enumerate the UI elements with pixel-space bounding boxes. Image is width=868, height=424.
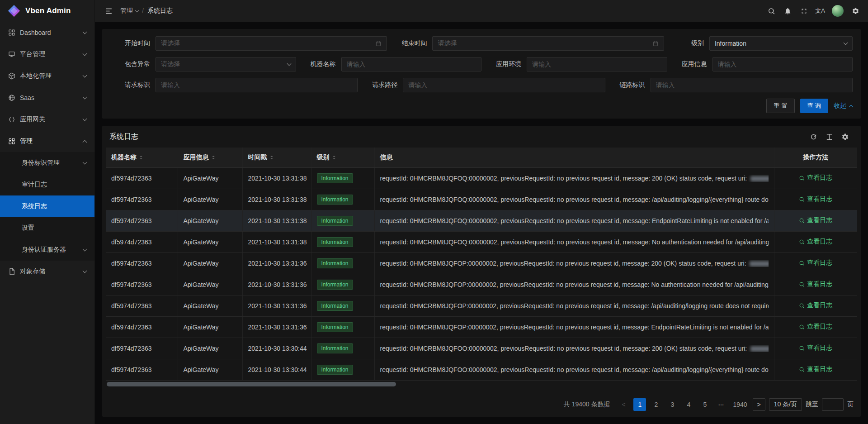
level-badge: Information (317, 365, 353, 375)
timestamp-cell: 2021-10-30 13:31:36 (242, 295, 311, 316)
view-log-link[interactable]: 查看日志 (799, 195, 832, 203)
level-select[interactable]: Information (709, 36, 853, 51)
sort-icon[interactable] (333, 154, 335, 161)
app-logo[interactable]: Vben Admin (0, 0, 94, 22)
sidebar-item-label: 身份认证服务器 (22, 246, 66, 254)
chevron-down-icon (844, 41, 848, 45)
page-button[interactable]: 5 (698, 398, 711, 411)
trace-id-input[interactable] (656, 81, 847, 89)
page-size-select[interactable]: 10 条/页 (769, 398, 802, 411)
message-cell: requestId: 0HMCRBM8JQFOP:00000002, previ… (374, 316, 774, 338)
gateway-icon (8, 116, 15, 123)
app-info-cell: ApiGateWay (178, 338, 242, 359)
include-exception-select[interactable]: 请选择 (156, 57, 296, 71)
sidebar-item-management[interactable]: 管理 (0, 130, 94, 152)
magnifier-icon (799, 303, 805, 309)
sidebar-item-identity-management[interactable]: 身份标识管理 (0, 152, 94, 174)
view-log-link[interactable]: 查看日志 (799, 365, 832, 373)
field-label: 请求标识 (110, 81, 150, 89)
view-log-link[interactable]: 查看日志 (799, 238, 832, 246)
avatar[interactable] (832, 5, 844, 17)
sidebar-item-label: 系统日志 (22, 202, 47, 210)
fullscreen-icon[interactable] (796, 0, 812, 22)
bell-icon[interactable] (779, 0, 796, 22)
request-path-input[interactable] (408, 81, 599, 89)
filter-field-include-exception: 包含异常 请选择 (110, 57, 296, 71)
page-button[interactable]: 2 (650, 398, 662, 411)
message-cell: requestId: 0HMCRBM8JQFOP:00000002, previ… (374, 295, 774, 316)
sidebar-item-saas[interactable]: Saas (0, 87, 94, 109)
sidebar-item-app-gateway[interactable]: 应用网关 (0, 109, 94, 130)
view-log-link[interactable]: 查看日志 (799, 259, 832, 267)
column-header-machine[interactable]: 机器名称 (106, 148, 178, 167)
column-settings-icon[interactable] (841, 133, 849, 141)
app-environment-input[interactable] (532, 61, 662, 68)
message-cell: requestId: 0HMCRBM8JQFOO:00000002, previ… (374, 359, 774, 380)
search-icon[interactable] (763, 0, 779, 22)
chevron-down-icon (83, 95, 87, 100)
chevron-down-icon (83, 73, 87, 78)
table-title: 系统日志 (109, 132, 138, 142)
jump-page-input[interactable] (822, 398, 844, 411)
level-cell: Information (311, 316, 374, 338)
sidebar-item-system-logs[interactable]: 系统日志 (0, 195, 94, 217)
level-badge: Information (317, 258, 353, 268)
message-cell: requestId: 0HMCRBM8JQFOQ:00000002, previ… (374, 167, 774, 189)
level-badge: Information (317, 195, 353, 205)
sidebar-item-settings[interactable]: 设置 (0, 217, 94, 239)
breadcrumb-parent[interactable]: 管理 (120, 7, 138, 15)
sidebar-item-label: Dashboard (20, 29, 51, 36)
view-log-link[interactable]: 查看日志 (799, 323, 832, 331)
ellipsis-pages-button[interactable]: ••• (715, 398, 727, 411)
column-header-level[interactable]: 级别 (311, 148, 374, 167)
page-button[interactable]: 4 (682, 398, 695, 411)
breadcrumb: 管理 / 系统日志 (120, 7, 173, 15)
app-info-input[interactable] (718, 61, 848, 68)
page-button[interactable]: 3 (666, 398, 679, 411)
machine-name-cell: df5974d72363 (106, 359, 178, 380)
request-id-input[interactable] (161, 81, 352, 89)
pagination: 共 19400 条数据 < 1 2 3 4 5 ••• 1940 > 10 条/… (106, 394, 857, 417)
next-page-button[interactable]: > (753, 398, 765, 411)
actions-cell: 查看日志 (774, 359, 857, 380)
calendar-icon (652, 40, 659, 47)
column-header-app-info[interactable]: 应用信息 (178, 148, 242, 167)
page-button[interactable]: 1 (633, 398, 646, 411)
view-log-link[interactable]: 查看日志 (799, 216, 832, 224)
filter-actions: 重 置 查 询 收起 (110, 99, 853, 113)
view-log-link[interactable]: 查看日志 (799, 344, 832, 352)
machine-name-cell: df5974d72363 (106, 338, 178, 359)
sort-icon[interactable] (212, 154, 215, 161)
translate-icon[interactable]: 文A (812, 0, 828, 22)
sidebar-item-audit-logs[interactable]: 审计日志 (0, 174, 94, 195)
scrollbar-thumb[interactable] (107, 382, 396, 386)
machine-name-input[interactable] (347, 61, 476, 68)
sort-icon[interactable] (270, 154, 273, 161)
page-button[interactable]: 1940 (731, 398, 749, 411)
search-button[interactable]: 查 询 (800, 99, 828, 113)
file-icon (8, 268, 15, 275)
prev-page-button[interactable]: < (617, 398, 630, 411)
view-log-link[interactable]: 查看日志 (799, 301, 832, 310)
column-height-icon[interactable] (826, 133, 833, 141)
sidebar-item-identity-server[interactable]: 身份认证服务器 (0, 239, 94, 261)
view-log-link[interactable]: 查看日志 (799, 174, 832, 182)
collapse-link[interactable]: 收起 (834, 102, 853, 110)
sort-icon[interactable] (140, 154, 142, 161)
refresh-icon[interactable] (810, 133, 817, 141)
sidebar-item-localization[interactable]: 本地化管理 (0, 65, 94, 87)
level-cell: Information (311, 189, 374, 210)
sidebar-item-dashboard[interactable]: Dashboard (0, 22, 94, 43)
sidebar-item-object-storage[interactable]: 对象存储 (0, 261, 94, 282)
actions-cell: 查看日志 (774, 316, 857, 338)
view-log-link[interactable]: 查看日志 (799, 280, 832, 288)
menu-fold-icon[interactable] (100, 0, 117, 22)
settings-icon[interactable] (847, 0, 863, 22)
end-time-picker[interactable]: 请选择 (432, 36, 664, 51)
column-header-message: 信息 (374, 148, 774, 167)
field-label: 应用信息 (667, 60, 707, 68)
sidebar-item-platform-management[interactable]: 平台管理 (0, 43, 94, 65)
start-time-picker[interactable]: 请选择 (156, 36, 387, 51)
column-header-timestamp[interactable]: 时间戳 (242, 148, 311, 167)
reset-button[interactable]: 重 置 (766, 99, 794, 113)
